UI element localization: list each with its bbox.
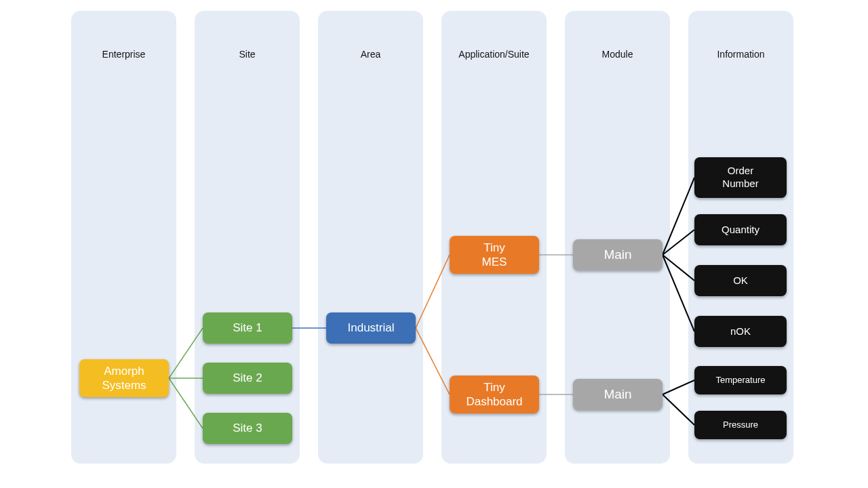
node-temperature: Temperature: [694, 366, 787, 394]
node-tiny-dashboard: Tiny Dashboard: [450, 375, 539, 413]
node-main-mes: Main: [573, 239, 663, 270]
node-pressure: Pressure: [694, 411, 787, 439]
node-tiny-mes: Tiny MES: [450, 236, 539, 274]
node-order-number: Order Number: [694, 157, 787, 198]
node-site-3: Site 3: [203, 413, 292, 444]
diagram-canvas: Enterprise Site Area Application/Suite M…: [0, 0, 868, 488]
node-ok: OK: [694, 265, 787, 296]
node-industrial: Industrial: [326, 312, 416, 344]
column-site: Site: [195, 11, 300, 464]
column-header-information: Information: [688, 11, 793, 60]
column-header-module: Module: [565, 11, 670, 60]
column-area: Area: [318, 11, 423, 464]
column-header-area: Area: [318, 11, 423, 60]
column-header-enterprise: Enterprise: [71, 11, 176, 60]
node-site-1: Site 1: [203, 312, 292, 344]
column-header-application: Application/Suite: [441, 11, 547, 60]
node-main-dashboard: Main: [573, 379, 663, 410]
node-site-2: Site 2: [203, 363, 292, 394]
node-quantity: Quantity: [694, 214, 787, 245]
column-header-site: Site: [195, 11, 300, 60]
node-amorph-systems: Amorph Systems: [79, 359, 169, 397]
node-nok: nOK: [694, 316, 787, 347]
